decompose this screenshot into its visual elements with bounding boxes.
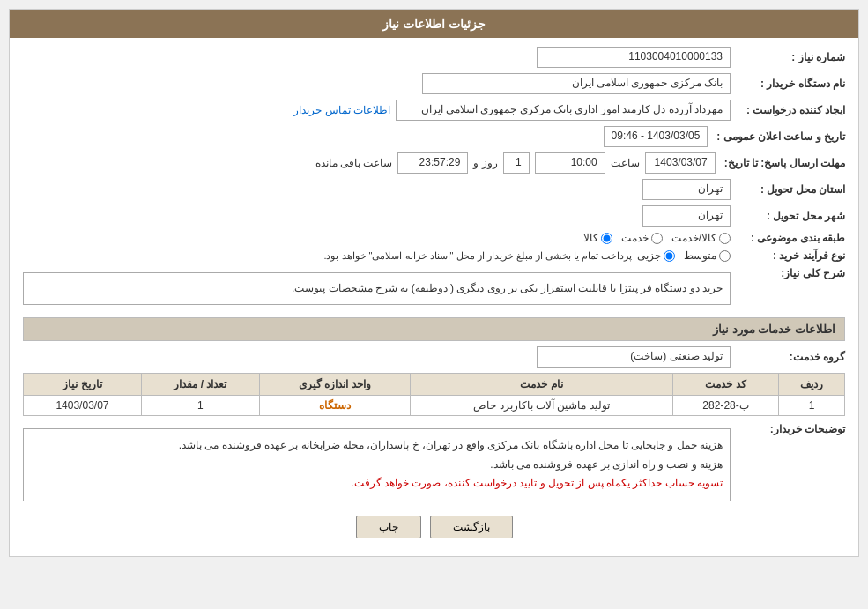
col-date: تاریخ نیاز (24, 374, 142, 396)
need-number-row: شماره نیاز : 1103004010000133 (23, 47, 845, 68)
services-table: ردیف کد خدمت نام خدمت واحد اندازه گیری ت… (23, 373, 845, 416)
table-header-row: ردیف کد خدمت نام خدمت واحد اندازه گیری ت… (24, 374, 845, 396)
reply-deadline-inline: 1403/03/07 ساعت 10:00 1 روز و 23:57:29 س… (23, 152, 716, 174)
process-label-juzei: جزیی (637, 249, 661, 262)
buyer-org-value: بانک مرکزی جمهوری اسلامی ایران (422, 73, 731, 94)
reply-day-label: روز و (473, 157, 497, 169)
buyer-org-label: نام دستگاه خریدار : (731, 78, 845, 90)
province-row: استان محل تحویل : تهران (23, 179, 845, 200)
general-desc-row: شرح کلی نیاز: خرید دو دستگاه فر پیتزا با… (23, 267, 845, 310)
province-value: تهران (642, 179, 731, 200)
need-number-value: 1103004010000133 (537, 47, 731, 68)
category-option-khedmat[interactable]: خدمت (621, 232, 663, 244)
category-label-kala: کالا (583, 232, 598, 244)
category-radio-kala-khedmat[interactable] (719, 233, 731, 244)
category-option-kala-khedmat[interactable]: کالا/خدمت (671, 232, 731, 244)
process-option-mutawassit[interactable]: متوسط (684, 249, 731, 262)
process-type-inline: متوسط جزیی پرداخت تمام یا بخشی از مبلغ خ… (23, 249, 731, 262)
process-type-row: نوع فرآیند خرید : متوسط جزیی پرداخت تمام… (23, 249, 845, 262)
reply-deadline-row: مهلت ارسال پاسخ: تا تاریخ: 1403/03/07 سا… (23, 152, 845, 174)
col-qty: تعداد / مقدار (141, 374, 259, 396)
process-radio-juzei[interactable] (664, 250, 675, 262)
main-container: جزئیات اطلاعات نیاز شماره نیاز : 1103004… (9, 9, 859, 557)
category-option-kala[interactable]: کالا (583, 232, 612, 244)
service-group-row: گروه خدمت: تولید صنعتی (ساخت) (23, 346, 845, 368)
category-radio-kala[interactable] (601, 233, 612, 244)
process-label-mutawassit: متوسط (684, 249, 716, 262)
col-radif: ردیف (779, 374, 845, 396)
buyer-notes-label: توضیحات خریدار: (731, 423, 845, 435)
back-button[interactable]: بازگشت (430, 516, 513, 538)
buyer-notes-row: توضیحات خریدار: هزینه حمل و جابجایی تا م… (23, 423, 845, 507)
announce-datetime-label: تاریخ و ساعت اعلان عمومی : (708, 130, 845, 143)
category-label-khedmat: خدمت (621, 232, 649, 244)
page-header: جزئیات اطلاعات نیاز (10, 10, 858, 38)
buyer-note-line2: هزینه و نصب و راه اندازی بر عهده فروشنده… (31, 456, 723, 475)
col-name: نام خدمت (411, 374, 673, 396)
province-label: استان محل تحویل : (731, 183, 845, 196)
services-table-container: ردیف کد خدمت نام خدمت واحد اندازه گیری ت… (23, 373, 845, 416)
cell-date: 1403/03/07 (24, 396, 142, 416)
services-header: اطلاعات خدمات مورد نیاز (23, 317, 845, 341)
category-radio-khedmat[interactable] (651, 233, 663, 244)
service-group-value: تولید صنعتی (ساخت) (537, 346, 731, 368)
category-row: طبقه بندی موضوعی : کالا/خدمت خدمت کالا (23, 232, 845, 244)
contact-link[interactable]: اطلاعات تماس خریدار (293, 104, 390, 116)
category-label: طبقه بندی موضوعی : (731, 232, 845, 244)
reply-time-label: ساعت (611, 157, 640, 169)
cell-radif: 1 (779, 396, 845, 416)
announce-datetime-value: 1403/03/05 - 09:46 (604, 126, 708, 147)
cell-name: تولید ماشین آلات باکاربرد خاص (411, 396, 673, 416)
created-by-label: ایجاد کننده درخواست : (731, 104, 845, 116)
process-radio-group: متوسط جزیی (637, 249, 731, 262)
reply-time: 10:00 (535, 152, 605, 174)
buyer-notes-content: هزینه حمل و جابجایی تا محل اداره باشگاه … (23, 428, 731, 501)
buyer-note-line1: هزینه حمل و جابجایی تا محل اداره باشگاه … (31, 436, 723, 456)
process-note: پرداخت تمام یا بخشی از مبلغ خریدار از مح… (323, 250, 632, 262)
general-desc-label: شرح کلی نیاز: (731, 267, 845, 279)
city-value: تهران (642, 205, 731, 227)
reply-days: 1 (503, 152, 530, 174)
city-row: شهر محل تحویل : تهران (23, 205, 845, 227)
content-area: شماره نیاز : 1103004010000133 نام دستگاه… (10, 38, 858, 556)
cell-unit: دستگاه (259, 396, 410, 416)
category-label-kala-khedmat: کالا/خدمت (671, 232, 716, 244)
remaining-time: 23:57:29 (397, 152, 468, 174)
created-by-row: ایجاد کننده درخواست : مهرداد آزرده دل کا… (23, 100, 845, 121)
service-group-label: گروه خدمت: (731, 351, 845, 363)
created-by-inline: مهرداد آزرده دل کارمند امور اداری بانک م… (23, 100, 731, 121)
process-option-juzei[interactable]: جزیی (637, 249, 675, 262)
process-radio-mutawassit[interactable] (719, 250, 731, 262)
reply-deadline-label: مهلت ارسال پاسخ: تا تاریخ: (716, 157, 845, 169)
process-type-label: نوع فرآیند خرید : (731, 249, 845, 262)
page-wrapper: جزئیات اطلاعات نیاز شماره نیاز : 1103004… (0, 0, 868, 609)
buyer-note-line3: تسویه حساب حداکثر یکماه پس از تحویل و تا… (31, 474, 723, 494)
announce-datetime-row: تاریخ و ساعت اعلان عمومی : 1403/03/05 - … (23, 126, 845, 147)
col-code: کد خدمت (672, 374, 779, 396)
button-row: بازگشت چاپ (23, 516, 845, 538)
table-row: 1 ب-28-282 تولید ماشین آلات باکاربرد خاص… (24, 396, 845, 416)
remaining-label: ساعت باقی مانده (315, 157, 393, 169)
print-button[interactable]: چاپ (356, 516, 421, 538)
need-number-label: شماره نیاز : (731, 51, 845, 63)
cell-qty: 1 (141, 396, 259, 416)
category-radio-group: کالا/خدمت خدمت کالا (583, 232, 731, 244)
page-title: جزئیات اطلاعات نیاز (382, 17, 486, 31)
cell-code: ب-28-282 (672, 396, 779, 416)
col-unit: واحد اندازه گیری (259, 374, 410, 396)
created-by-value: مهرداد آزرده دل کارمند امور اداری بانک م… (396, 100, 731, 121)
buyer-org-row: نام دستگاه خریدار : بانک مرکزی جمهوری اس… (23, 73, 845, 94)
city-label: شهر محل تحویل : (731, 210, 845, 222)
reply-date: 1403/03/07 (645, 152, 716, 174)
general-desc-value: خرید دو دستگاه فر پیتزا با قابلیت استقرا… (23, 272, 731, 305)
